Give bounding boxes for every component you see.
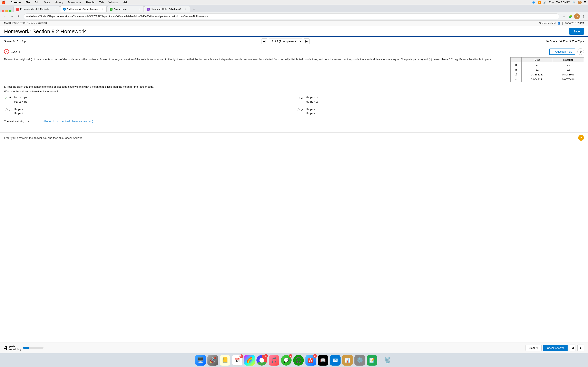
option-d-label: D. — [301, 108, 303, 111]
menu-history[interactable]: History — [54, 0, 64, 4]
menu-window[interactable]: Window — [108, 0, 119, 4]
browser-chrome: P Pearson's MyLab & Mastering ... × ◉ Do… — [0, 5, 588, 21]
table-cell-xbar-diet: 0.78881 lb — [522, 72, 553, 77]
option-c-radio[interactable] — [5, 108, 8, 111]
option-d-radio[interactable] — [297, 108, 300, 111]
dock-item-launchpad[interactable]: 🚀 — [208, 355, 218, 366]
dock-item-calendar[interactable]: 📅 14 — [232, 355, 242, 366]
question-header: ✗ 9.2.5-T ≡ Question Help ⚙ — [4, 48, 584, 55]
menubar: 🍎 Chrome File Edit View History Bookmark… — [0, 0, 588, 5]
option-d[interactable]: D. H₀: μ₁ = μ₂ H₁: μ₁ > μ₂ — [296, 106, 584, 117]
question-number-container: ✗ 9.2.5-T — [4, 49, 20, 54]
table-cell-mu-diet: μ₁ — [522, 62, 553, 67]
dock-item-powerpoint[interactable]: 📊 — [342, 355, 353, 366]
check-answer-button[interactable]: Check Answer — [543, 345, 568, 351]
tab-homework-close[interactable]: × — [101, 8, 104, 11]
dock-item-trash[interactable]: 🗑️ — [382, 355, 393, 366]
address-input[interactable] — [24, 13, 559, 19]
window-fullscreen[interactable] — [9, 10, 11, 12]
tab-chegg-close[interactable]: × — [184, 8, 187, 11]
table-cell-xbar-regular: 0.80839 lb — [553, 72, 584, 77]
question-select[interactable]: 3 of 7 (7 complete) ▼ — [269, 39, 302, 44]
next-question-button[interactable]: ▶ — [304, 38, 310, 44]
menu-people[interactable]: People — [85, 0, 95, 4]
address-bar: ← → ↻ ☆ 🧩 S ⋮ — [0, 12, 588, 20]
apple-menu[interactable]: 🍎 — [2, 0, 6, 4]
dock-item-settings[interactable]: ⚙️ — [355, 355, 365, 366]
option-a-content: H₀: μ₁ = μ₂ H₁: μ₁ < μ₂ — [14, 95, 27, 104]
appstore-badge: 2 — [313, 354, 317, 358]
option-c-h1: H₁: μ₁ ≠ μ₂ — [14, 111, 26, 116]
dock-item-appstore[interactable]: 🅰️ 2 — [305, 355, 316, 366]
settings-button[interactable]: ⚙ — [577, 48, 584, 55]
search-icon[interactable]: 🔍 — [572, 1, 576, 4]
tab-chegg[interactable]: H Homework Help - Q&A from O... × — [144, 6, 190, 12]
tab-coursehero-close[interactable]: × — [138, 8, 141, 11]
footer-prev-button[interactable]: ◀ — [569, 345, 576, 351]
menu-chrome[interactable]: Chrome — [10, 0, 21, 4]
option-c-h0: H₀: μ₁ = μ₂ — [14, 107, 26, 111]
dock-item-finder[interactable]: 🖥️ — [195, 355, 206, 366]
menu-icon[interactable]: ☰ — [584, 1, 586, 4]
dock-item-reading[interactable]: 📖 — [318, 355, 328, 366]
menu-dots-button[interactable]: ⋮ — [581, 13, 586, 19]
option-b-radio[interactable] — [297, 97, 300, 99]
dock-item-siri[interactable]: 🌈 — [244, 355, 255, 366]
table-cell-xbar-label: x̄ — [511, 72, 522, 77]
option-c[interactable]: C. H₀: μ₁ = μ₂ H₁: μ₁ ≠ μ₂ — [4, 106, 292, 117]
table-header-regular: Regular — [553, 58, 584, 62]
window-minimize[interactable] — [5, 10, 8, 12]
address-actions: ☆ 🧩 S ⋮ — [561, 13, 586, 19]
reload-button[interactable]: ↻ — [16, 13, 22, 19]
new-tab-button[interactable]: + — [191, 7, 197, 12]
test-stat-input[interactable] — [30, 119, 40, 123]
user-icon: 👤 — [558, 22, 561, 25]
hint-icon[interactable]: ? — [578, 135, 584, 141]
parts-number: 4 — [4, 345, 7, 351]
save-button[interactable]: Save — [569, 28, 584, 35]
back-button[interactable]: ← — [2, 13, 7, 19]
option-c-label: C. — [9, 108, 11, 111]
question-help-button[interactable]: ≡ Question Help — [549, 49, 575, 55]
tab-pearson-close[interactable]: × — [54, 8, 57, 11]
table-cell-n-label: n — [511, 67, 522, 72]
dock-item-word[interactable]: 📝 — [367, 355, 377, 366]
tab-coursehero[interactable]: C Course Hero × — [107, 6, 144, 12]
dock-item-messages[interactable]: 💬 6 — [281, 355, 292, 366]
footer-actions: Clear All Check Answer ◀ ▶ — [526, 345, 584, 351]
bookmark-button[interactable]: ☆ — [561, 13, 567, 19]
option-d-h0: H₀: μ₁ = μ₂ — [306, 107, 318, 111]
gear-icon: ⚙ — [579, 50, 582, 53]
menu-help[interactable]: Help — [122, 0, 129, 4]
option-b[interactable]: B. H₀: μ₁ ≠ μ₂ H₁: μ₁ < μ₂ — [296, 95, 584, 105]
profile-button[interactable]: S — [574, 13, 580, 19]
table-header-empty — [511, 58, 522, 62]
menu-bookmarks[interactable]: Bookmarks — [67, 0, 82, 4]
tab-pearson[interactable]: P Pearson's MyLab & Mastering ... × — [13, 6, 60, 12]
menubar-right: 🔷 📶 🔊 82% Tue 3:09 PM 🔍 S ☰ — [532, 1, 586, 4]
homework-favicon: ◉ — [63, 8, 66, 11]
footer-next-button[interactable]: ▶ — [577, 345, 584, 351]
dock-item-chrome[interactable]: 1 — [256, 355, 267, 366]
dock-item-outlook[interactable]: 📧 — [330, 355, 341, 366]
extension-button[interactable]: 🧩 — [568, 13, 573, 19]
menu-view[interactable]: View — [43, 0, 51, 4]
table-cell-n-diet: 22 — [522, 67, 553, 72]
dock-item-notes[interactable]: 📒 — [220, 355, 230, 366]
menu-tab[interactable]: Tab — [98, 0, 104, 4]
prev-question-button[interactable]: ◀ — [261, 38, 267, 44]
window-close[interactable] — [2, 10, 4, 12]
clear-all-button[interactable]: Clear All — [526, 345, 541, 351]
dock-item-spotify[interactable]: 🎧 — [293, 355, 304, 366]
separator: | — [562, 22, 563, 25]
menu-edit[interactable]: Edit — [34, 0, 40, 4]
option-a-label: A. — [9, 96, 12, 99]
homework-header: Homework: Section 9.2 Homework Save — [0, 26, 588, 37]
dock-item-itunes[interactable]: 🎵 — [269, 355, 279, 366]
tab-homework[interactable]: ◉ Do Homework - Sumeeha Jam... × — [60, 6, 107, 12]
tab-coursehero-title: Course Hero — [114, 8, 137, 10]
option-c-content: H₀: μ₁ = μ₂ H₁: μ₁ ≠ μ₂ — [14, 107, 26, 116]
forward-button[interactable]: → — [9, 13, 15, 19]
menu-file[interactable]: File — [25, 0, 31, 4]
hypothesis-options: ✓ A. H₀: μ₁ = μ₂ H₁: μ₁ < μ₂ B. H — [4, 95, 584, 117]
